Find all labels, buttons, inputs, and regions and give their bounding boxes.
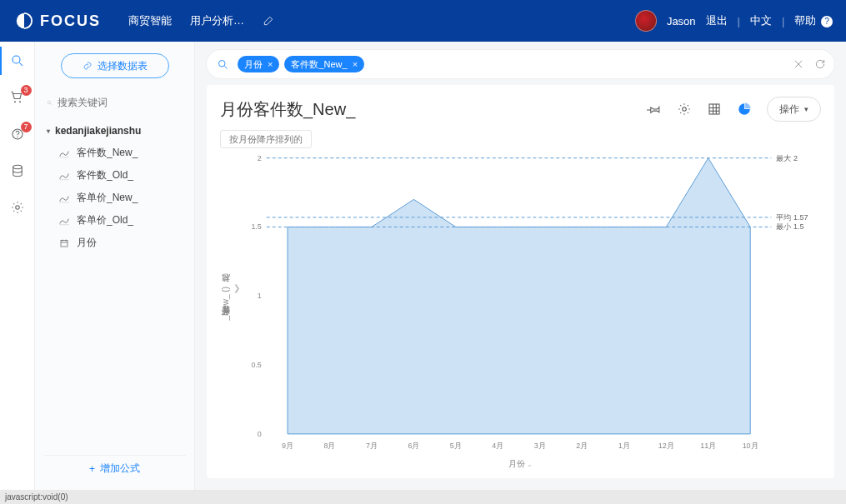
svg-point-8 — [48, 101, 51, 104]
measure-field-icon — [58, 216, 70, 226]
main-area: 月份×客件数_New_× 月份客件数_New_ 操作 ▾ 按月 — [195, 42, 846, 490]
svg-line-9 — [50, 103, 51, 104]
field-item[interactable]: 月份 — [43, 232, 186, 254]
chart-plot[interactable]: 00.511.52最大 2平均 1.57最小 1.59月8月7月6月5月4月3月… — [242, 150, 821, 457]
rail-cart-icon[interactable]: 3 — [10, 90, 25, 105]
avatar[interactable] — [635, 10, 657, 32]
svg-text:2: 2 — [258, 154, 262, 162]
nav-left-group: 商贸智能 用户分析… — [128, 13, 274, 28]
rail-search-icon[interactable] — [10, 53, 25, 68]
x-axis-label-text: 月份 — [508, 459, 525, 468]
measure-field-icon — [58, 171, 70, 181]
field-item[interactable]: 客单价_New_ — [43, 187, 186, 209]
nav-language[interactable]: 中文 — [750, 13, 772, 28]
pin-icon[interactable] — [647, 102, 662, 117]
search-icon — [47, 97, 53, 108]
rail-data-icon[interactable] — [10, 163, 25, 178]
card-header: 月份客件数_New_ 操作 ▾ — [220, 97, 821, 122]
select-datasource-button[interactable]: 选择数据表 — [61, 53, 169, 78]
svg-point-18 — [219, 60, 226, 67]
chip-remove-icon[interactable]: × — [353, 59, 358, 69]
rail-settings-icon[interactable] — [10, 200, 25, 215]
select-datasource-label: 选择数据表 — [98, 59, 148, 73]
edit-icon[interactable] — [263, 15, 274, 27]
chart-area: 客件数_New_ (总和) ❯ 00.511.52最大 2平均 1.57最小 1… — [220, 150, 821, 457]
sidebar-search[interactable] — [43, 93, 186, 117]
svg-text:5月: 5月 — [450, 442, 462, 450]
field-label: 月份 — [77, 236, 97, 250]
svg-line-19 — [224, 66, 227, 68]
field-label: 客件数_Old_ — [77, 168, 133, 182]
expand-y-axis-icon[interactable]: ❯ — [233, 283, 240, 292]
field-label: 客单价_New_ — [77, 191, 138, 205]
y-axis-title: 客件数_New_ (总和) — [220, 287, 232, 321]
svg-text:4月: 4月 — [492, 442, 503, 450]
chip-remove-icon[interactable]: × — [268, 59, 273, 69]
query-chip[interactable]: 客件数_New_× — [284, 56, 364, 72]
field-item[interactable]: 客件数_Old_ — [43, 164, 186, 187]
clear-query-icon[interactable] — [793, 58, 804, 70]
nav-item-user-analytics[interactable]: 用户分析… — [190, 13, 244, 28]
x-axis-title: 月份 ⌄ — [220, 457, 821, 470]
field-item[interactable]: 客件数_New_ — [43, 142, 186, 164]
svg-text:1: 1 — [258, 292, 262, 300]
svg-line-1 — [19, 62, 23, 66]
nav-right-group: Jason 退出 | 中文 | 帮助 ? — [635, 10, 846, 32]
plus-icon: + — [89, 463, 95, 475]
query-bar[interactable]: 月份×客件数_New_× — [207, 50, 834, 78]
add-formula-label: 增加公式 — [100, 462, 140, 476]
operations-button[interactable]: 操作 ▾ — [767, 97, 821, 122]
svg-text:7月: 7月 — [366, 442, 378, 450]
svg-point-7 — [15, 206, 19, 210]
help-icon: ? — [821, 16, 833, 27]
svg-text:1.5: 1.5 — [251, 222, 262, 231]
svg-point-5 — [17, 137, 18, 137]
field-item[interactable]: 客单价_Old_ — [43, 209, 186, 232]
chip-label: 月份 — [244, 58, 263, 71]
svg-rect-14 — [61, 240, 68, 247]
nav-username[interactable]: Jason — [667, 15, 696, 27]
svg-text:10月: 10月 — [743, 442, 758, 450]
chart-card: 月份客件数_New_ 操作 ▾ 按月份降序排列的 客件数_New_ (总和) ❯ — [207, 85, 834, 478]
date-field-icon — [58, 238, 70, 248]
sidebar-search-input[interactable] — [58, 97, 183, 108]
svg-text:最大 2: 最大 2 — [776, 154, 798, 162]
svg-text:8月: 8月 — [323, 442, 335, 450]
svg-point-2 — [14, 101, 16, 102]
svg-text:0: 0 — [258, 430, 262, 438]
left-rail: 3 7 — [0, 42, 35, 490]
dataset-header[interactable]: ▾ kedanjiakejianshu — [43, 117, 186, 142]
field-label: 客件数_New_ — [77, 146, 138, 160]
brand-logo[interactable]: FOCUS — [0, 12, 116, 30]
chevron-down-icon: ⌄ — [527, 461, 533, 468]
svg-text:平均 1.57: 平均 1.57 — [776, 213, 808, 222]
rail-assist-icon[interactable]: 7 — [10, 127, 25, 142]
table-icon[interactable] — [707, 102, 722, 117]
nav-divider: | — [782, 15, 784, 27]
status-text: javascript:void(0) — [5, 492, 68, 502]
rail-cart-badge: 3 — [21, 85, 32, 96]
add-formula-button[interactable]: + 增加公式 — [43, 455, 186, 482]
svg-text:最小 1.5: 最小 1.5 — [776, 222, 803, 231]
chart-type-icon[interactable] — [737, 102, 752, 117]
chip-label: 客件数_New_ — [291, 58, 347, 71]
refresh-icon[interactable] — [814, 58, 826, 70]
svg-text:11月: 11月 — [700, 442, 716, 450]
nav-item-bi[interactable]: 商贸智能 — [128, 13, 172, 28]
chevron-down-icon: ▾ — [804, 105, 808, 113]
svg-rect-23 — [709, 104, 719, 114]
dataset-name: kedanjiakejianshu — [55, 125, 141, 137]
nav-logout[interactable]: 退出 — [706, 13, 728, 28]
svg-point-22 — [683, 107, 687, 112]
svg-point-0 — [13, 56, 20, 63]
svg-text:12月: 12月 — [658, 442, 674, 450]
measure-field-icon — [58, 193, 70, 203]
query-chip[interactable]: 月份× — [238, 56, 279, 72]
gear-icon[interactable] — [677, 102, 692, 117]
nav-help[interactable]: 帮助 ? — [794, 13, 833, 28]
svg-text:6月: 6月 — [408, 442, 419, 450]
link-icon — [83, 61, 93, 71]
sort-tag[interactable]: 按月份降序排列的 — [220, 130, 312, 148]
svg-text:3月: 3月 — [534, 442, 546, 450]
rail-assist-badge: 7 — [21, 122, 32, 132]
